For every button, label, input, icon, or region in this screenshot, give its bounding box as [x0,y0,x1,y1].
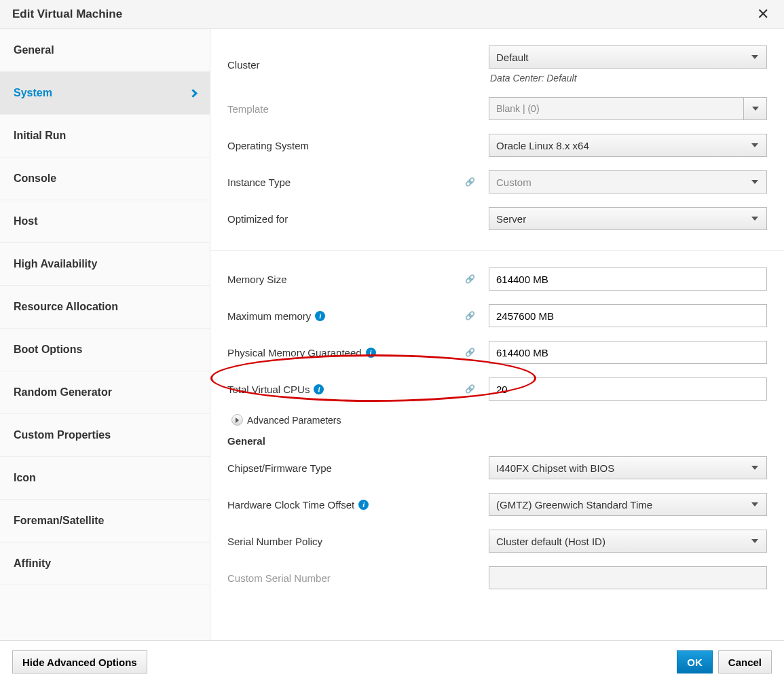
custom-serial-number-input [489,566,767,589]
chipset-firmware-type-select[interactable]: I440FX Chipset with BIOS [489,456,767,479]
sidebar-item-resource-allocation[interactable]: Resource Allocation [0,286,210,329]
main-panel: Cluster Default Data Center: Default Tem… [210,29,784,640]
sidebar-item-host[interactable]: Host [0,200,210,243]
sidebar-item-label: System [14,87,52,99]
sidebar-item-label: Icon [14,472,36,484]
total-virtual-cpus-input[interactable] [489,377,767,401]
label-chipset-firmware-type: Chipset/Firmware Type [227,462,465,474]
expand-icon [231,414,243,426]
sidebar: General System Initial Run Console Host … [0,29,210,640]
sidebar-item-random-generator[interactable]: Random Generator [0,371,210,414]
row-total-virtual-cpus: Total Virtual CPUs i 🔗 [227,377,767,401]
serial-number-policy-value: Cluster default (Host ID) [496,536,605,547]
sidebar-item-affinity[interactable]: Affinity [0,542,210,585]
info-icon[interactable]: i [314,384,324,394]
section-basic: Cluster Default Data Center: Default Tem… [210,29,784,251]
physical-memory-guaranteed-input[interactable] [489,341,767,364]
dialog-footer: Hide Advanced Options OK Cancel [0,641,784,683]
row-custom-serial-number: Custom Serial Number [227,566,767,589]
row-physical-memory-guaranteed: Physical Memory Guaranteed i 🔗 [227,341,767,364]
edit-vm-dialog: Edit Virtual Machine ✕ General System In… [0,0,784,683]
sidebar-item-system[interactable]: System [0,72,210,115]
row-cluster: Cluster Default Data Center: Default [227,45,767,84]
instance-type-value: Custom [496,177,531,188]
link-icon: 🔗 [465,384,489,394]
sidebar-item-label: Affinity [14,557,51,570]
sidebar-item-high-availability[interactable]: High Availability [0,243,210,286]
template-version-button[interactable] [744,97,767,120]
label-serial-number-policy: Serial Number Policy [227,536,465,547]
ok-button[interactable]: OK [677,650,713,673]
datacenter-hint: Data Center: Default [489,73,767,84]
dialog-title: Edit Virtual Machine [12,7,122,21]
link-icon: 🔗 [465,311,489,320]
template-select-value: Blank | (0) [489,97,744,120]
section-system: Memory Size 🔗 Maximum memory i 🔗 [210,251,784,610]
sidebar-item-label: High Availability [14,258,97,270]
advanced-parameters-label: Advanced Parameters [247,415,341,426]
chevron-right-icon [189,89,198,98]
sidebar-item-initial-run[interactable]: Initial Run [0,115,210,158]
chevron-down-icon [751,502,758,506]
memory-size-input[interactable] [489,267,767,291]
chevron-down-icon [751,217,758,221]
label-physical-memory-guaranteed: Physical Memory Guaranteed i [227,347,465,358]
label-template: Template [227,103,465,115]
row-serial-number-policy: Serial Number Policy Cluster default (Ho… [227,530,767,553]
row-chipset-firmware-type: Chipset/Firmware Type I440FX Chipset wit… [227,456,767,479]
chevron-down-icon [751,539,758,543]
sidebar-item-label: Custom Properties [14,429,111,441]
info-icon[interactable]: i [366,348,376,358]
link-icon: 🔗 [465,348,489,357]
link-icon: 🔗 [465,177,489,187]
hide-advanced-options-button[interactable]: Hide Advanced Options [12,650,147,673]
label-hardware-clock-time-offset: Hardware Clock Time Offset i [227,499,465,511]
sidebar-item-general[interactable]: General [0,29,210,72]
sidebar-item-label: Resource Allocation [14,301,118,313]
chevron-down-icon [751,143,758,147]
sidebar-item-icon[interactable]: Icon [0,457,210,500]
sidebar-item-console[interactable]: Console [0,158,210,200]
hardware-clock-time-offset-value: (GMTZ) Greenwich Standard Time [496,499,652,511]
label-maximum-memory: Maximum memory i [227,310,465,322]
dialog-header: Edit Virtual Machine ✕ [0,0,784,29]
sidebar-item-boot-options[interactable]: Boot Options [0,329,210,371]
chevron-down-icon [751,466,758,470]
label-custom-serial-number: Custom Serial Number [227,572,465,584]
label-operating-system: Operating System [227,140,465,151]
advanced-parameters-toggle[interactable]: Advanced Parameters [231,414,767,426]
chevron-down-icon [751,55,758,59]
close-icon[interactable]: ✕ [754,7,772,22]
hardware-clock-time-offset-select[interactable]: (GMTZ) Greenwich Standard Time [489,493,767,516]
sidebar-item-label: Host [14,215,38,227]
row-template: Template Blank | (0) [227,97,767,120]
info-icon[interactable]: i [315,311,325,321]
optimized-for-select[interactable]: Server [489,207,767,230]
info-icon[interactable]: i [358,500,369,510]
template-select: Blank | (0) [489,97,767,120]
link-icon: 🔗 [465,274,489,284]
row-memory-size: Memory Size 🔗 [227,267,767,291]
operating-system-value: Oracle Linux 8.x x64 [496,140,589,151]
sidebar-item-label: Initial Run [14,130,66,142]
serial-number-policy-select[interactable]: Cluster default (Host ID) [489,530,767,553]
label-instance-type: Instance Type [227,177,465,188]
instance-type-select[interactable]: Custom [489,170,767,193]
sidebar-item-label: Random Generator [14,386,112,399]
cancel-button[interactable]: Cancel [718,650,772,673]
maximum-memory-input[interactable] [489,304,767,327]
sidebar-item-custom-properties[interactable]: Custom Properties [0,414,210,457]
chevron-down-icon [752,107,759,111]
sidebar-item-label: General [14,44,54,56]
row-hardware-clock-time-offset: Hardware Clock Time Offset i (GMTZ) Gree… [227,493,767,516]
sidebar-item-label: Boot Options [14,344,82,356]
chipset-firmware-type-value: I440FX Chipset with BIOS [496,462,614,474]
sidebar-item-label: Console [14,172,56,185]
dialog-body: General System Initial Run Console Host … [0,29,784,641]
row-operating-system: Operating System Oracle Linux 8.x x64 [227,134,767,157]
row-maximum-memory: Maximum memory i 🔗 [227,304,767,327]
operating-system-select[interactable]: Oracle Linux 8.x x64 [489,134,767,157]
subheading-general: General [227,435,767,447]
cluster-select[interactable]: Default [489,45,767,69]
sidebar-item-foreman-satellite[interactable]: Foreman/Satellite [0,500,210,542]
